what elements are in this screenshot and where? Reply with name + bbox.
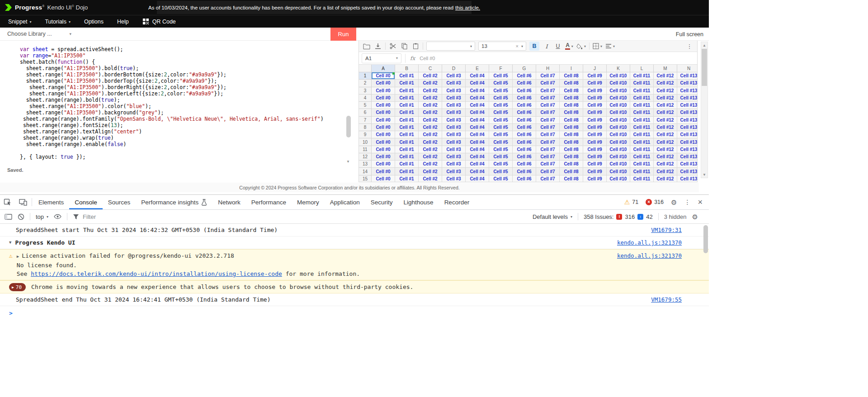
menu-item-help[interactable]: Help [117, 19, 129, 25]
cell[interactable]: Cell #9 [583, 102, 607, 109]
cell[interactable]: Cell #11 [630, 146, 654, 153]
cell[interactable]: Cell #10 [607, 153, 630, 161]
column-header-A[interactable]: A [372, 65, 395, 72]
cell[interactable]: Cell #3 [442, 168, 466, 175]
menu-item-tutorials[interactable]: Tutorials▾ [45, 19, 70, 25]
cut-button[interactable] [389, 42, 397, 51]
cell[interactable]: Cell #10 [607, 131, 630, 138]
page-scrollbar[interactable]: ▲ ▼ [701, 42, 708, 178]
cell[interactable]: Cell #8 [560, 161, 583, 168]
cell[interactable]: Cell #4 [466, 124, 489, 131]
cell[interactable]: Cell #9 [583, 146, 607, 153]
cell[interactable]: Cell #13 [677, 161, 697, 168]
cell[interactable]: Cell #10 [607, 146, 630, 153]
cell[interactable]: Cell #5 [489, 117, 513, 124]
cell[interactable]: Cell #8 [560, 87, 583, 95]
cell[interactable]: Cell #1 [395, 168, 419, 175]
cell[interactable]: Cell #4 [466, 72, 489, 80]
cell[interactable]: Cell #12 [654, 153, 677, 161]
errors-badge[interactable]: × 316 [646, 199, 664, 205]
cell[interactable]: Cell #4 [466, 161, 489, 168]
cell[interactable]: Cell #13 [677, 109, 697, 116]
cell[interactable]: Cell #1 [395, 161, 419, 168]
cell[interactable]: Cell #12 [654, 109, 677, 116]
cell[interactable]: Cell #13 [677, 138, 697, 146]
cell[interactable]: Cell #3 [442, 109, 466, 116]
cell[interactable]: Cell #10 [607, 109, 630, 116]
cell[interactable]: Cell #6 [513, 124, 536, 131]
context-selector[interactable]: top ▾ [36, 213, 48, 220]
cell[interactable]: Cell #10 [607, 80, 630, 87]
cell[interactable]: Cell #6 [513, 131, 536, 138]
fill-color-button[interactable]: ▾ [576, 42, 586, 51]
cell[interactable]: Cell #6 [513, 109, 536, 116]
cell[interactable]: Cell #7 [536, 80, 560, 87]
cell[interactable]: Cell #13 [677, 124, 697, 131]
devtools-settings-button[interactable]: ⚙ [671, 199, 677, 206]
tab-recorder[interactable]: Recorder [439, 195, 475, 209]
cell[interactable]: Cell #4 [466, 80, 489, 87]
cell[interactable]: Cell #6 [513, 95, 536, 102]
cell[interactable]: Cell #8 [560, 72, 583, 80]
cell[interactable]: Cell #12 [654, 146, 677, 153]
cell[interactable]: Cell #9 [583, 161, 607, 168]
cell[interactable]: Cell #13 [677, 146, 697, 153]
cell[interactable]: Cell #2 [419, 102, 442, 109]
cell[interactable]: Cell #4 [466, 153, 489, 161]
column-header-N[interactable]: N [677, 65, 697, 72]
column-header-F[interactable]: F [489, 65, 513, 72]
cell[interactable]: Cell #12 [654, 161, 677, 168]
console-scrollbar[interactable] [703, 225, 708, 392]
cell[interactable]: Cell #1 [395, 87, 419, 95]
cell[interactable]: Cell #6 [513, 102, 536, 109]
row-header-2[interactable]: 2 [359, 80, 372, 87]
cell[interactable]: Cell #3 [442, 80, 466, 87]
cell[interactable]: Cell #6 [513, 87, 536, 95]
cell[interactable]: Cell #11 [630, 117, 654, 124]
cell[interactable]: Cell #12 [654, 131, 677, 138]
cell[interactable]: Cell #4 [466, 138, 489, 146]
cell[interactable]: Cell #2 [419, 146, 442, 153]
cell[interactable]: Cell #11 [630, 95, 654, 102]
cell[interactable]: Cell #7 [536, 153, 560, 161]
cell[interactable]: Cell #2 [419, 138, 442, 146]
cell[interactable]: Cell #8 [560, 138, 583, 146]
cell[interactable]: Cell #12 [654, 117, 677, 124]
cell[interactable]: Cell #10 [607, 124, 630, 131]
console-source-link[interactable]: VM1679:31 [651, 226, 682, 234]
cell[interactable]: Cell #7 [536, 87, 560, 95]
cell[interactable]: Cell #7 [536, 138, 560, 146]
cell[interactable]: Cell #10 [607, 102, 630, 109]
row-header-9[interactable]: 9 [359, 131, 372, 138]
row-header-10[interactable]: 10 [359, 138, 372, 146]
cell[interactable]: Cell #3 [442, 124, 466, 131]
cell[interactable]: Cell #8 [560, 131, 583, 138]
row-header-6[interactable]: 6 [359, 109, 372, 116]
cell[interactable]: Cell #4 [466, 95, 489, 102]
cell[interactable]: Cell #0 [372, 153, 395, 161]
cell[interactable]: Cell #3 [442, 102, 466, 109]
cell[interactable]: Cell #10 [607, 138, 630, 146]
cell[interactable]: Cell #1 [395, 102, 419, 109]
cell[interactable]: Cell #2 [419, 95, 442, 102]
cell[interactable]: Cell #12 [654, 72, 677, 80]
cell[interactable]: Cell #5 [489, 109, 513, 116]
cell[interactable]: Cell #13 [677, 72, 697, 80]
cell[interactable]: Cell #5 [489, 131, 513, 138]
cell[interactable]: Cell #7 [536, 95, 560, 102]
toolbar-overflow-button[interactable]: ⋮ [685, 42, 693, 51]
cell[interactable]: Cell #11 [630, 138, 654, 146]
console-prompt[interactable]: > [0, 306, 709, 319]
cell[interactable]: Cell #7 [536, 102, 560, 109]
cell[interactable]: Cell #6 [513, 146, 536, 153]
cell[interactable]: Cell #13 [677, 117, 697, 124]
device-toolbar-button[interactable] [15, 195, 31, 209]
cell[interactable]: Cell #5 [489, 153, 513, 161]
cell[interactable]: Cell #10 [607, 117, 630, 124]
cell[interactable]: Cell #9 [583, 95, 607, 102]
cell[interactable]: Cell #9 [583, 72, 607, 80]
cell[interactable]: Cell #11 [630, 109, 654, 116]
column-header-L[interactable]: L [630, 65, 654, 72]
cell[interactable]: Cell #4 [466, 175, 489, 182]
cell[interactable]: Cell #0 [372, 175, 395, 182]
